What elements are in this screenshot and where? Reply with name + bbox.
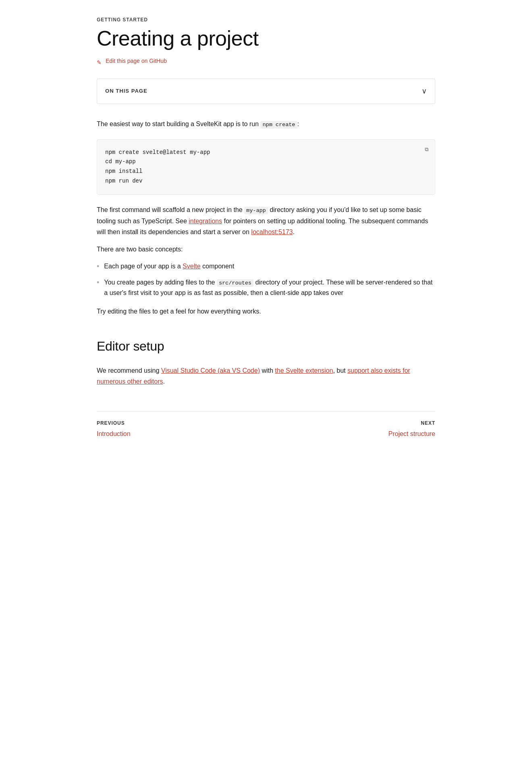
- code-line-3: npm install: [105, 167, 427, 176]
- try-editing-paragraph: Try editing the files to get a feel for …: [97, 306, 435, 317]
- svelte-extension-link[interactable]: the Svelte extension: [275, 367, 333, 374]
- concept-1-text: Each page of your app is a Svelte compon…: [104, 261, 234, 272]
- edit-page-link[interactable]: ✎ Edit this page on GitHub: [97, 56, 167, 65]
- concepts-intro-paragraph: There are two basic concepts:: [97, 244, 435, 255]
- next-link[interactable]: Project structure: [389, 429, 435, 439]
- integrations-link[interactable]: integrations: [189, 218, 222, 224]
- code-line-2: cd my-app: [105, 157, 427, 167]
- editor-setup-paragraph: We recommend using Visual Studio Code (a…: [97, 365, 435, 387]
- src-routes-code: src/routes: [217, 279, 254, 287]
- npm-create-code: npm create: [260, 121, 297, 129]
- intro-paragraph: The easiest way to start building a Svel…: [97, 118, 435, 130]
- my-app-code: my-app: [244, 207, 268, 214]
- concept-item-2: You create pages by adding files to the …: [97, 277, 435, 298]
- prev-link[interactable]: Introduction: [97, 429, 131, 439]
- code-block: ⧉ npm create svelte@latest my-app cd my-…: [97, 139, 435, 195]
- on-this-page-label: ON THIS PAGE: [105, 87, 148, 96]
- paragraph-2: The first command will scaffold a new pr…: [97, 204, 435, 237]
- intro-section: The easiest way to start building a Svel…: [97, 118, 435, 130]
- chevron-down-icon: ∨: [422, 85, 427, 97]
- edit-page-link-label: Edit this page on GitHub: [106, 56, 167, 65]
- code-line-1: npm create svelte@latest my-app: [105, 148, 427, 158]
- pagination-prev: PREVIOUS Introduction: [97, 419, 131, 439]
- next-label: NEXT: [421, 419, 435, 427]
- copy-icon: ⧉: [425, 146, 428, 152]
- svelte-link[interactable]: Svelte: [183, 263, 200, 270]
- vscode-link[interactable]: Visual Studio Code (aka VS Code): [161, 367, 260, 374]
- on-this-page-box[interactable]: ON THIS PAGE ∨: [97, 79, 435, 104]
- pagination: PREVIOUS Introduction NEXT Project struc…: [97, 411, 435, 439]
- localhost-link[interactable]: localhost:5173: [251, 228, 293, 235]
- page-title: Creating a project: [97, 27, 435, 50]
- concept-item-1: Each page of your app is a Svelte compon…: [97, 261, 435, 272]
- copy-button[interactable]: ⧉: [423, 145, 430, 154]
- concepts-list: Each page of your app is a Svelte compon…: [97, 261, 435, 298]
- getting-started-label: GETTING STARTED: [97, 16, 435, 24]
- pagination-next: NEXT Project structure: [389, 419, 435, 439]
- editor-setup-heading: Editor setup: [97, 336, 435, 357]
- edit-icon: ✎: [97, 58, 103, 64]
- concept-2-text: You create pages by adding files to the …: [104, 277, 435, 298]
- code-line-4: npm run dev: [105, 176, 427, 186]
- prev-label: PREVIOUS: [97, 419, 131, 427]
